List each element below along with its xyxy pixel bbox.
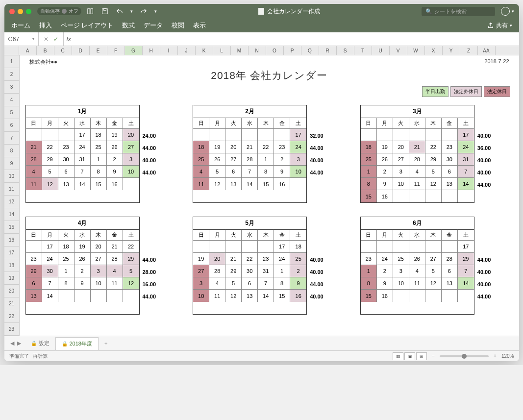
calendar-day[interactable]: 22: [242, 253, 258, 265]
calendar-day[interactable]: 6: [242, 277, 258, 290]
column-header[interactable]: A: [19, 46, 37, 55]
calendar-day[interactable]: 28: [242, 153, 258, 166]
calendar-day[interactable]: 17: [75, 129, 91, 141]
calendar-day[interactable]: 23: [258, 253, 274, 265]
calendar-day[interactable]: 22: [42, 141, 58, 153]
calendar-day[interactable]: 14: [258, 290, 274, 302]
calendar-day[interactable]: 30: [58, 153, 75, 166]
calendar-day[interactable]: 26: [377, 153, 393, 166]
calendar-day[interactable]: 16: [290, 290, 306, 302]
calendar-day[interactable]: 12: [209, 178, 225, 190]
column-header[interactable]: L: [213, 46, 231, 55]
calendar-day[interactable]: [425, 190, 442, 202]
calendar-day[interactable]: 10: [393, 178, 409, 190]
calendar-day[interactable]: 25: [393, 253, 409, 265]
ribbon-tab[interactable]: ホーム: [11, 21, 30, 30]
calendar-day[interactable]: 5: [425, 265, 442, 277]
calendar-day[interactable]: 20: [225, 141, 242, 153]
calendar-day[interactable]: [442, 129, 458, 141]
calendar-day[interactable]: 23: [26, 253, 42, 265]
select-all-corner[interactable]: [4, 46, 19, 55]
calendar-day[interactable]: [91, 290, 107, 302]
calendar-day[interactable]: 27: [425, 253, 442, 265]
calendar-day[interactable]: 2: [274, 153, 290, 166]
row-header[interactable]: 16: [4, 234, 19, 247]
calendar-day[interactable]: 26: [107, 141, 123, 153]
calendar-day[interactable]: 13: [26, 290, 42, 302]
calendar-day[interactable]: 17: [458, 241, 474, 253]
calendar-day[interactable]: 4: [107, 265, 123, 277]
calendar-day[interactable]: 24: [377, 253, 393, 265]
calendar-day[interactable]: 14: [42, 290, 58, 302]
calendar-day[interactable]: 8: [361, 178, 377, 190]
calendar-day[interactable]: 29: [458, 253, 474, 265]
zoom-slider[interactable]: [440, 355, 489, 357]
calendar-day[interactable]: 1: [274, 265, 290, 277]
accept-formula-icon[interactable]: ✓: [53, 36, 58, 43]
calendar-day[interactable]: 21: [225, 253, 242, 265]
column-header[interactable]: G: [125, 46, 143, 55]
undo-icon[interactable]: [116, 7, 124, 15]
calendar-day[interactable]: [242, 241, 258, 253]
calendar-day[interactable]: 6: [225, 166, 242, 178]
column-header[interactable]: AA: [478, 46, 496, 55]
share-button[interactable]: 共有 ▾: [487, 22, 512, 30]
row-header[interactable]: 8: [4, 145, 19, 157]
calendar-day[interactable]: 4: [26, 166, 42, 178]
calendar-day[interactable]: 12: [123, 277, 139, 290]
namebox-dropdown-icon[interactable]: ▾: [32, 37, 34, 41]
calendar-day[interactable]: 21: [242, 141, 258, 153]
calendar-day[interactable]: 28: [107, 253, 123, 265]
calendar-day[interactable]: 5: [123, 265, 139, 277]
calendar-day[interactable]: 14: [242, 178, 258, 190]
calendar-day[interactable]: 16: [377, 190, 393, 202]
calendar-day[interactable]: 29: [42, 153, 58, 166]
calendar-day[interactable]: [58, 129, 75, 141]
calendar-day[interactable]: 29: [26, 265, 42, 277]
calendar-day[interactable]: 17: [458, 129, 474, 141]
row-header[interactable]: 21: [4, 297, 19, 310]
calendar-day[interactable]: 1: [258, 153, 274, 166]
name-box[interactable]: G67 ▾: [4, 32, 39, 46]
row-header[interactable]: 15: [4, 221, 19, 234]
calendar-day[interactable]: [290, 178, 306, 190]
row-header[interactable]: 5: [4, 106, 19, 119]
calendar-day[interactable]: [393, 129, 409, 141]
calendar-day[interactable]: 29: [225, 265, 242, 277]
grid-content[interactable]: 株式会社●● 2018-7-22 2018年 会社カレンダー 半日出勤 法定外休…: [20, 55, 519, 336]
zoom-in-button[interactable]: +: [494, 353, 497, 359]
calendar-day[interactable]: 8: [91, 166, 107, 178]
calendar-day[interactable]: 18: [290, 241, 306, 253]
column-header[interactable]: N: [249, 46, 266, 55]
calendar-day[interactable]: 22: [258, 141, 274, 153]
calendar-day[interactable]: 10: [193, 290, 209, 302]
calendar-day[interactable]: 24: [75, 141, 91, 153]
calendar-day[interactable]: 26: [409, 253, 425, 265]
calendar-day[interactable]: 30: [442, 153, 458, 166]
calendar-day[interactable]: 20: [393, 141, 409, 153]
calendar-day[interactable]: [377, 241, 393, 253]
calendar-day[interactable]: 12: [225, 290, 242, 302]
redo-icon[interactable]: [140, 7, 148, 15]
search-input[interactable]: 🔍 シートを検索: [422, 7, 495, 16]
calendar-day[interactable]: [442, 190, 458, 202]
calendar-day[interactable]: 13: [442, 178, 458, 190]
feedback-icon[interactable]: [501, 7, 510, 16]
tab-nav-prev-icon[interactable]: ◀: [10, 340, 14, 346]
calendar-day[interactable]: 19: [209, 141, 225, 153]
calendar-day[interactable]: 2: [75, 265, 91, 277]
row-header[interactable]: 7: [4, 132, 19, 145]
row-header[interactable]: 11: [4, 183, 19, 196]
calendar-day[interactable]: [58, 290, 75, 302]
calendar-day[interactable]: 23: [274, 141, 290, 153]
column-header[interactable]: E: [90, 46, 107, 55]
calendar-day[interactable]: 24: [42, 253, 58, 265]
row-header[interactable]: 18: [4, 259, 19, 272]
calendar-day[interactable]: 25: [290, 253, 306, 265]
calendar-day[interactable]: 3: [193, 277, 209, 290]
cancel-formula-icon[interactable]: ✕: [44, 36, 49, 43]
calendar-day[interactable]: 8: [258, 166, 274, 178]
calendar-day[interactable]: [409, 290, 425, 302]
column-header[interactable]: B: [37, 46, 54, 55]
calendar-day[interactable]: 5: [425, 166, 442, 178]
